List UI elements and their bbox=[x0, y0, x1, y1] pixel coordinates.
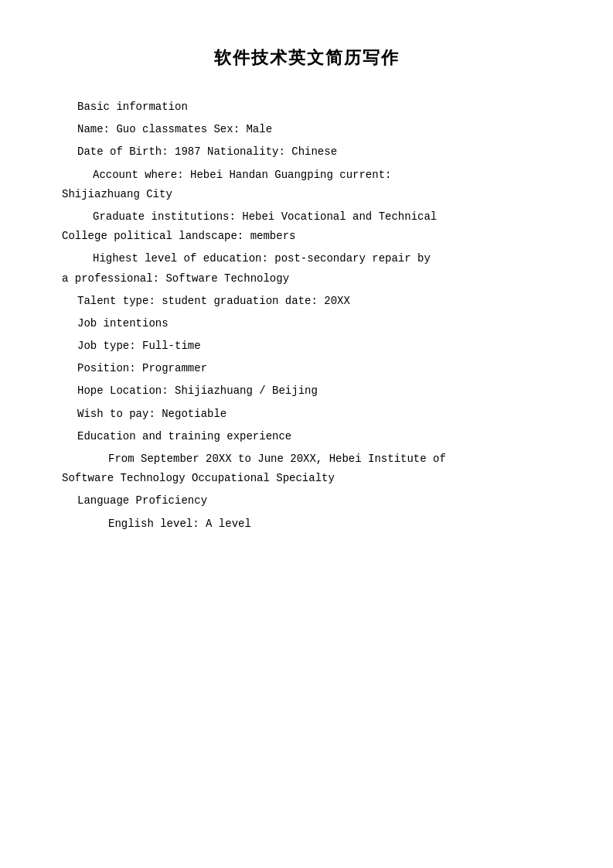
position-line: Position: Programmer bbox=[62, 359, 551, 378]
education-line1: Highest level of education: post-seconda… bbox=[62, 249, 551, 268]
account-line2: Shijiazhuang City bbox=[62, 185, 551, 204]
from-sep-line2: Software Technology Occupational Special… bbox=[62, 469, 551, 488]
from-sep-block: From September 20XX to June 20XX, Hebei … bbox=[62, 449, 551, 488]
english-level-line: English level: A level bbox=[62, 514, 551, 534]
dob-nationality-line: Date of Birth: 1987 Nationality: Chinese bbox=[62, 142, 551, 162]
basic-info-header: Basic information bbox=[62, 97, 551, 117]
content-body: Basic information Name: Guo classmates S… bbox=[62, 97, 551, 534]
graduate-line2: College political landscape: members bbox=[62, 227, 551, 246]
graduate-line1: Graduate institutions: Hebei Vocational … bbox=[62, 207, 551, 227]
hope-location-line: Hope Location: Shijiazhuang / Beijing bbox=[62, 381, 551, 401]
education-block: Highest level of education: post-seconda… bbox=[62, 249, 551, 288]
from-sep-line1: From September 20XX to June 20XX, Hebei … bbox=[62, 449, 551, 469]
account-block: Account where: Hebei Handan Guangping cu… bbox=[62, 166, 551, 204]
page-container: 软件技术英文简历写作 Basic information Name: Guo c… bbox=[62, 46, 551, 534]
page-title: 软件技术英文简历写作 bbox=[62, 46, 551, 70]
job-intentions-header: Job intentions bbox=[62, 314, 551, 333]
name-sex-line: Name: Guo classmates Sex: Male bbox=[62, 120, 551, 139]
wish-pay-line: Wish to pay: Negotiable bbox=[62, 405, 551, 424]
edu-training-header: Education and training experience bbox=[62, 427, 551, 446]
language-header: Language Proficiency bbox=[62, 491, 551, 511]
graduate-block: Graduate institutions: Hebei Vocational … bbox=[62, 207, 551, 246]
education-line2: a professional: Software Technology bbox=[62, 269, 551, 289]
account-line1: Account where: Hebei Handan Guangping cu… bbox=[62, 166, 551, 185]
job-type-line: Job type: Full-time bbox=[62, 337, 551, 356]
talent-line: Talent type: student graduation date: 20… bbox=[62, 292, 551, 311]
